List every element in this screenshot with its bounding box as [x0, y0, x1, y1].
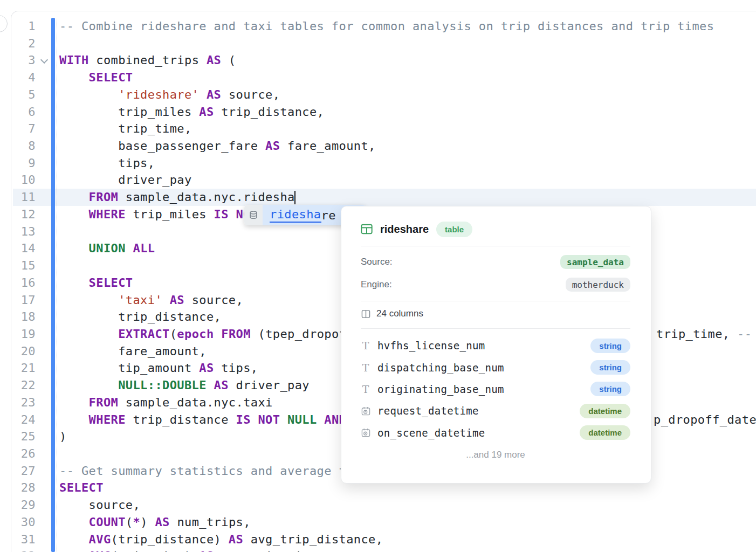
text-type-icon: T — [361, 362, 370, 374]
code-token: IS — [214, 208, 229, 221]
datetime-type-icon — [361, 428, 370, 437]
code-token: NOT — [258, 413, 280, 426]
line-number[interactable]: 13 — [13, 223, 36, 240]
code-line[interactable]: 5 'rideshare' AS source, — [13, 86, 756, 104]
database-icon — [244, 205, 263, 225]
code-token — [59, 293, 118, 307]
table-icon — [361, 223, 373, 235]
code-token: FROM — [221, 327, 251, 341]
code-token: WITH — [59, 53, 89, 67]
code-token: SELECT — [89, 276, 133, 289]
collapse-handle[interactable] — [0, 15, 8, 32]
code-line[interactable]: 9 tips, — [13, 155, 756, 172]
code-line[interactable]: 10 driver_pay — [13, 171, 756, 189]
code-token: trip_miles — [126, 208, 214, 221]
line-number[interactable]: 21 — [13, 360, 36, 377]
code-token — [317, 413, 325, 426]
code-token: ) — [140, 515, 155, 529]
line-number[interactable]: 28 — [13, 479, 36, 496]
line-number[interactable]: 19 — [13, 326, 36, 343]
line-number[interactable]: 22 — [13, 377, 36, 394]
line-number[interactable]: 27 — [13, 463, 36, 480]
divider — [361, 328, 630, 329]
line-number[interactable]: 16 — [13, 274, 36, 292]
line-number[interactable]: 8 — [13, 137, 36, 155]
line-number[interactable]: 4 — [13, 69, 36, 86]
code-line[interactable]: 31 AVG(trip_distance) AS avg_trip_distan… — [13, 531, 756, 548]
code-token: num_trips, — [170, 515, 251, 529]
line-number[interactable]: 2 — [13, 35, 36, 52]
code-token: avg_trip_distance, — [243, 533, 383, 546]
line-number[interactable]: 29 — [13, 496, 36, 514]
code-token: driver_pay — [59, 173, 192, 187]
divider — [361, 301, 630, 301]
code-line[interactable]: 1-- Combine rideshare and taxi tables fo… — [13, 18, 756, 35]
line-number[interactable]: 5 — [13, 86, 36, 104]
code-token: trip_time, — [59, 122, 192, 135]
code-line[interactable]: 29 source, — [13, 496, 756, 514]
line-number[interactable]: 31 — [13, 531, 36, 548]
column-type-badge: datetime — [580, 425, 630, 440]
source-row: Source: sample_data — [361, 254, 630, 270]
line-number[interactable]: 32 — [13, 548, 36, 552]
code-line[interactable]: 30 COUNT(*) AS num_trips, — [13, 514, 756, 531]
code-token — [59, 71, 89, 84]
line-number[interactable]: 14 — [13, 240, 36, 257]
code-line[interactable]: 7 trip_time, — [13, 120, 756, 137]
code-token: (trip_distance) — [111, 533, 229, 546]
code-line[interactable]: 8 base_passenger_fare AS fare_amount, — [13, 137, 756, 155]
code-token: source, — [184, 293, 243, 307]
line-number[interactable]: 1 — [13, 18, 36, 35]
line-number[interactable]: 7 — [13, 120, 36, 137]
code-line[interactable]: 3WITH combined_trips AS ( — [13, 52, 756, 69]
column-row: Toriginating_base_numstring — [361, 378, 630, 400]
code-token: AS — [199, 105, 214, 119]
code-line[interactable]: 4 SELECT — [13, 69, 756, 86]
code-line[interactable]: 32 AVG(trip_time) AS avg_trip_time, — [13, 548, 756, 552]
code-token: AS — [199, 361, 214, 375]
line-number[interactable]: 30 — [13, 514, 36, 531]
code-token: AS — [199, 549, 214, 552]
code-token: ( — [126, 515, 133, 529]
line-number[interactable]: 26 — [13, 445, 36, 463]
column-name: originating_base_num — [377, 383, 504, 395]
line-number[interactable]: 25 — [13, 428, 36, 445]
line-number[interactable]: 3 — [13, 52, 36, 69]
line-number[interactable]: 17 — [13, 292, 36, 309]
engine-label: Engine: — [361, 279, 392, 290]
code-token: SELECT — [59, 481, 104, 494]
line-number[interactable]: 24 — [13, 411, 36, 429]
columns-icon — [361, 309, 370, 319]
code-token: WHERE — [89, 413, 126, 426]
code-token — [59, 515, 89, 529]
line-number[interactable]: 20 — [13, 343, 36, 360]
code-token: * — [133, 515, 140, 529]
code-line-tail: p_dropoff_datet — [654, 411, 756, 429]
divider — [361, 246, 630, 246]
line-number[interactable]: 6 — [13, 104, 36, 121]
code-line[interactable]: 6 trip_miles AS trip_distance, — [13, 104, 756, 121]
line-number[interactable]: 11 — [13, 189, 36, 206]
code-token: AS — [207, 53, 221, 67]
line-number[interactable]: 9 — [13, 155, 36, 172]
line-number[interactable]: 23 — [13, 394, 36, 411]
code-token: fare_amount, — [59, 344, 207, 358]
code-token: NULL — [287, 413, 317, 426]
code-token — [280, 413, 287, 426]
fold-chevron-icon[interactable] — [40, 56, 48, 64]
table-type-badge: table — [436, 222, 472, 237]
card-header: rideshare table — [361, 218, 472, 240]
line-number[interactable]: 15 — [13, 257, 36, 274]
code-line[interactable]: 2 — [13, 35, 756, 52]
code-token: tips, — [59, 156, 155, 170]
code-token — [59, 327, 118, 341]
code-token — [59, 549, 89, 552]
line-number[interactable]: 10 — [13, 171, 36, 189]
code-token: AVG — [89, 549, 111, 552]
columns-count-row: 24 columns — [361, 306, 423, 321]
code-line[interactable]: 11 FROM sample_data.nyc.ridesha — [13, 189, 756, 206]
column-row: Tdispatching_base_numstring — [361, 356, 630, 378]
code-token: 'taxi' — [118, 293, 162, 307]
line-number[interactable]: 12 — [13, 206, 36, 223]
line-number[interactable]: 18 — [13, 308, 36, 326]
